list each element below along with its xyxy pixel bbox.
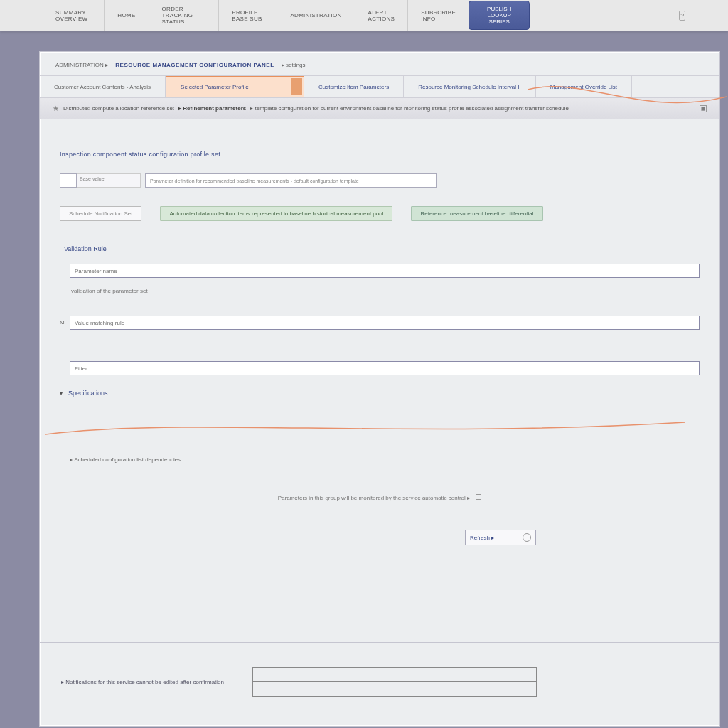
toolbar-text-prefix: Distributed compute allocation reference… xyxy=(63,105,174,112)
centered-note: Parameters in this group will be monitor… xyxy=(60,494,700,501)
pill-schedule[interactable]: Schedule Notification Set xyxy=(60,206,141,221)
tab-strip-label: Customer Account Contents - Analysis xyxy=(40,76,166,97)
field3-marker xyxy=(60,361,70,365)
nav-order-tracking[interactable]: ORDER TRACKING STATUS xyxy=(149,0,219,31)
pill-reference-diff[interactable]: Reference measurement baseline different… xyxy=(411,206,542,221)
tab-customize[interactable]: Customize Item Parameters xyxy=(304,76,404,97)
field-value-match: M xyxy=(60,316,700,330)
nav-profile[interactable]: PROFILE BASE SUB xyxy=(218,0,277,31)
nav-alerts[interactable]: ALERT ACTIONS xyxy=(355,0,408,31)
field1-helper: validation of the parameter set xyxy=(71,288,700,294)
footer: ▸ Notifications for this service cannot … xyxy=(40,642,719,721)
table-row[interactable] xyxy=(253,682,536,696)
breadcrumb-link[interactable]: RESOURCE MANAGEMENT CONFIGURATION PANEL xyxy=(115,62,274,68)
info-index-box[interactable] xyxy=(60,173,77,188)
footer-table xyxy=(252,667,537,697)
decorative-curve2-icon xyxy=(46,410,685,445)
breadcrumb-prefix: ADMINISTRATION ▸ xyxy=(55,62,108,68)
toolbar-text-bold: ▸ Refinement parameters xyxy=(178,105,246,112)
footer-label: ▸ Notifications for this service cannot … xyxy=(61,679,224,685)
info-description-box: Parameter definition for recommended bas… xyxy=(145,173,437,188)
top-navigation: SUMMARY OVERVIEW HOME ORDER TRACKING STA… xyxy=(0,0,728,31)
parameter-name-input[interactable] xyxy=(70,264,700,278)
specifications-label: Specifications xyxy=(68,390,108,397)
toolbar: ★ Distributed compute allocation referen… xyxy=(40,98,719,119)
tab-selected-parameter[interactable]: Selected Parameter Profile xyxy=(166,76,304,97)
dependencies-note: ▸ Scheduled configuration list dependenc… xyxy=(70,456,700,463)
main-content: Inspection component status configuratio… xyxy=(40,119,719,560)
nav-subscribe[interactable]: SUBSCRIBE INFO xyxy=(407,0,469,31)
field-filter xyxy=(60,361,700,375)
value-match-input[interactable] xyxy=(70,316,700,330)
nav-summary[interactable]: SUMMARY OVERVIEW xyxy=(43,0,104,31)
pill-row: Schedule Notification Set Automated data… xyxy=(60,206,700,221)
page-container: ADMINISTRATION ▸ RESOURCE MANAGEMENT CON… xyxy=(39,51,720,727)
favorite-star-icon[interactable]: ★ xyxy=(53,105,59,112)
nav-home[interactable]: HOME xyxy=(104,0,148,31)
chevron-down-icon: ▾ xyxy=(60,390,63,397)
refresh-label: Refresh ▸ xyxy=(470,535,494,541)
form-section-label: Validation Rule xyxy=(64,245,700,252)
field1-marker xyxy=(60,264,70,267)
filter-input[interactable] xyxy=(70,361,700,375)
tab-monitoring-schedule[interactable]: Resource Monitoring Schedule Interval II xyxy=(404,76,536,97)
info-row: Base value Parameter definition for reco… xyxy=(60,173,700,188)
toolbar-text-rest: ▸ template configuration for current env… xyxy=(250,105,569,112)
info-label-box: Base value xyxy=(77,173,141,188)
table-row[interactable] xyxy=(253,668,536,682)
help-icon[interactable]: ? xyxy=(679,11,685,21)
section-title: Inspection component status configuratio… xyxy=(60,151,700,158)
refresh-circle-icon xyxy=(523,533,531,542)
field-parameter-name xyxy=(60,264,700,278)
publish-button[interactable]: PUBLISH LOOKUP SERIES xyxy=(469,1,530,30)
centered-note-text: Parameters in this group will be monitor… xyxy=(278,495,470,501)
decorative-curve-icon xyxy=(528,68,727,125)
specifications-toggle[interactable]: ▾ Specifications xyxy=(60,390,700,397)
refresh-control[interactable]: Refresh ▸ xyxy=(465,530,536,545)
checkbox-icon[interactable] xyxy=(476,494,481,500)
field2-marker: M xyxy=(60,316,70,326)
nav-administration[interactable]: ADMINISTRATION xyxy=(277,0,354,31)
pill-automated-data[interactable]: Automated data collection items represen… xyxy=(160,206,392,221)
breadcrumb-suffix: ▸ settings xyxy=(282,62,306,68)
